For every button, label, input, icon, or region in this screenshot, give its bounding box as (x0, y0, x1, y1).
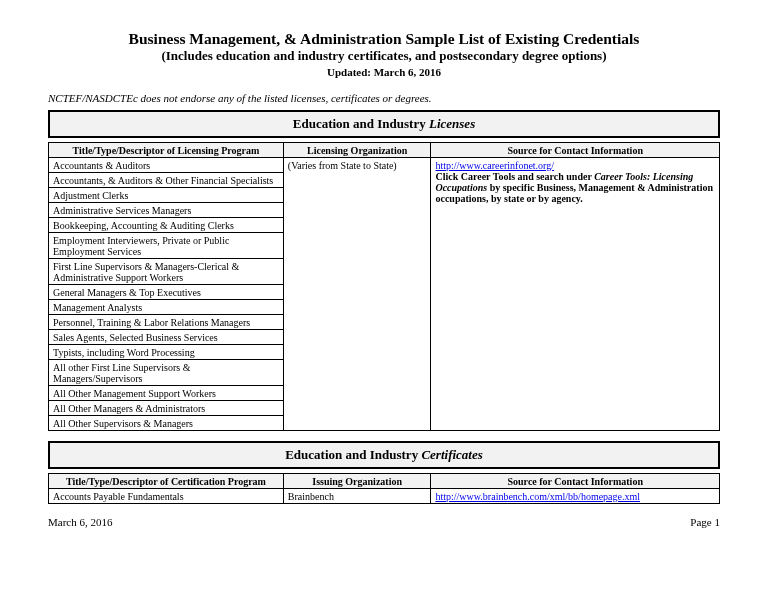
program-title: Bookkeeping, Accounting & Auditing Clerk… (49, 218, 284, 233)
document-page: Business Management, & Administration Sa… (0, 0, 768, 538)
band-ital: Certificates (421, 447, 482, 462)
col-header: Source for Contact Information (431, 143, 720, 158)
program-title: Management Analysts (49, 300, 284, 315)
program-title: Accountants, & Auditors & Other Financia… (49, 173, 284, 188)
contact-source: http://www.careerinfonet.org/Click Caree… (431, 158, 720, 431)
band-ital: Licenses (429, 116, 475, 131)
page-footer: March 6, 2016 Page 1 (48, 516, 720, 528)
band-prefix: Education and Industry (293, 116, 429, 131)
footer-date: March 6, 2016 (48, 516, 112, 528)
program-title: All Other Managers & Administrators (49, 401, 284, 416)
program-title: All Other Supervisors & Managers (49, 416, 284, 431)
updated-date: Updated: March 6, 2016 (48, 66, 720, 78)
cert-org: Brainbench (283, 489, 431, 504)
program-title: All other First Line Supervisors & Manag… (49, 360, 284, 386)
licensing-org: (Varies from State to State) (283, 158, 431, 431)
page-subtitle: (Includes education and industry certifi… (48, 48, 720, 64)
document-header: Business Management, & Administration Sa… (48, 30, 720, 78)
program-title: Personnel, Training & Labor Relations Ma… (49, 315, 284, 330)
program-title: Accountants & Auditors (49, 158, 284, 173)
program-title: Sales Agents, Selected Business Services (49, 330, 284, 345)
col-header: Title/Type/Descriptor of Certification P… (49, 474, 284, 489)
licenses-table: Title/Type/Descriptor of Licensing Progr… (48, 142, 720, 431)
col-header: Issuing Organization (283, 474, 431, 489)
program-title: First Line Supervisors & Managers-Cleric… (49, 259, 284, 285)
col-header: Source for Contact Information (431, 474, 720, 489)
licenses-band: Education and Industry Licenses (48, 110, 720, 138)
certificates-band: Education and Industry Certificates (48, 441, 720, 469)
footer-page: Page 1 (690, 516, 720, 528)
certificates-table: Title/Type/Descriptor of Certification P… (48, 473, 720, 504)
disclaimer-text: NCTEF/NASDCTEc does not endorse any of t… (48, 92, 720, 104)
page-title: Business Management, & Administration Sa… (48, 30, 720, 48)
program-title: Typists, including Word Processing (49, 345, 284, 360)
band-prefix: Education and Industry (285, 447, 421, 462)
col-header: Licensing Organization (283, 143, 431, 158)
cert-title: Accounts Payable Fundamentals (49, 489, 284, 504)
program-title: All Other Management Support Workers (49, 386, 284, 401)
program-title: General Managers & Top Executives (49, 285, 284, 300)
program-title: Employment Interviewers, Private or Publ… (49, 233, 284, 259)
table-header-row: Title/Type/Descriptor of Licensing Progr… (49, 143, 720, 158)
program-title: Administrative Services Managers (49, 203, 284, 218)
table-row: Accounts Payable FundamentalsBrainbenchh… (49, 489, 720, 504)
careerinfonet-link[interactable]: http://www.careerinfonet.org/ (435, 160, 554, 171)
brainbench-link[interactable]: http://www.brainbench.com/xml/bb/homepag… (435, 491, 640, 502)
table-header-row: Title/Type/Descriptor of Certification P… (49, 474, 720, 489)
table-row: Accountants & Auditors(Varies from State… (49, 158, 720, 173)
col-header: Title/Type/Descriptor of Licensing Progr… (49, 143, 284, 158)
program-title: Adjustment Clerks (49, 188, 284, 203)
cert-source: http://www.brainbench.com/xml/bb/homepag… (431, 489, 720, 504)
